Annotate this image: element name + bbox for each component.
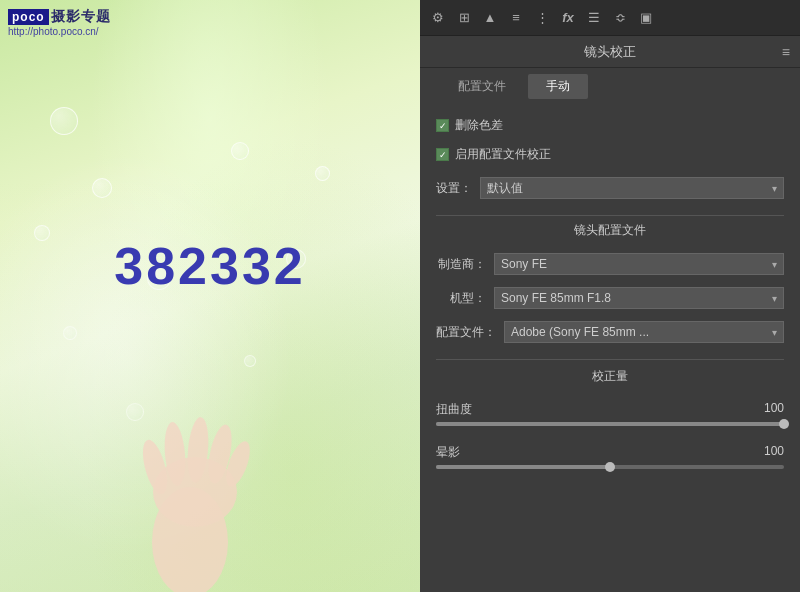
checkbox-enable-profile-label: 启用配置文件校正 [455,146,551,163]
settings-icon[interactable]: ⚙ [428,8,448,28]
distortion-value: 100 [764,401,784,418]
vignette-value: 100 [764,444,784,461]
vignette-label: 晕影 [436,444,460,461]
fx-icon[interactable]: fx [558,8,578,28]
bubble-0 [50,107,78,135]
checkbox-remove-ca-label: 删除色差 [455,117,503,134]
watermark-url: http://photo.poco.cn/ [8,26,111,37]
profile-row: 配置文件： Adobe (Sony FE 85mm ... ▾ [436,321,784,343]
panel-title: 镜头校正 [584,43,636,61]
distortion-header: 扭曲度 100 [436,401,784,418]
vignette-thumb[interactable] [605,462,615,472]
watermark: poco摄影专题 http://photo.poco.cn/ [8,8,111,37]
panel-menu-icon[interactable]: ≡ [782,44,790,60]
checkbox-enable-profile-box[interactable]: ✓ [436,148,449,161]
manufacturer-label: 制造商： [436,256,486,273]
poco-logo: poco [8,9,49,25]
profile-dropdown-arrow: ▾ [772,327,777,338]
menu-icon[interactable]: ☰ [584,8,604,28]
checkbox-remove-ca[interactable]: ✓ 删除色差 [436,115,784,136]
vignette-header: 晕影 100 [436,444,784,461]
curves-icon[interactable]: ⋮ [532,8,552,28]
profile-value: Adobe (Sony FE 85mm ... [511,325,649,339]
settings-label: 设置： [436,180,472,197]
checkbox-enable-profile[interactable]: ✓ 启用配置文件校正 [436,144,784,165]
lens-profile-section-title: 镜头配置文件 [436,215,784,243]
content: ✓ 删除色差 ✓ 启用配置文件校正 设置： 默认值 ▾ 镜头配置文件 制造商： … [420,105,800,592]
camera-icon[interactable]: ▣ [636,8,656,28]
right-panel: ⚙ ⊞ ▲ ≡ ⋮ fx ☰ ≎ ▣ 镜头校正 ≡ 配置文件 手动 ✓ 删除色差… [420,0,800,592]
model-row: 机型： Sony FE 85mm F1.8 ▾ [436,287,784,309]
model-dropdown[interactable]: Sony FE 85mm F1.8 ▾ [494,287,784,309]
grid-icon[interactable]: ⊞ [454,8,474,28]
profile-dropdown[interactable]: Adobe (Sony FE 85mm ... ▾ [504,321,784,343]
manufacturer-value: Sony FE [501,257,547,271]
distortion-fill [436,422,784,426]
distortion-slider-row: 扭曲度 100 [436,401,784,428]
vignette-track[interactable] [436,465,784,469]
watermark-number: 382332 [114,236,306,296]
tabs: 配置文件 手动 [420,68,800,105]
distortion-thumb[interactable] [779,419,789,429]
settings-dropdown[interactable]: 默认值 ▾ [480,177,784,199]
model-label: 机型： [436,290,486,307]
bubble-2 [231,142,249,160]
distortion-track[interactable] [436,422,784,426]
distortion-label: 扭曲度 [436,401,472,418]
correction-section-title: 校正量 [436,359,784,389]
toolbar: ⚙ ⊞ ▲ ≡ ⋮ fx ☰ ≎ ▣ [420,0,800,36]
tab-manual[interactable]: 手动 [528,74,588,99]
watermark-title: poco摄影专题 [8,8,111,26]
hand-illustration [80,332,340,592]
list-icon[interactable]: ≡ [506,8,526,28]
manufacturer-dropdown[interactable]: Sony FE ▾ [494,253,784,275]
settings-dropdown-value: 默认值 [487,180,523,197]
vignette-slider-row: 晕影 100 [436,444,784,471]
manufacturer-row: 制造商： Sony FE ▾ [436,253,784,275]
vignette-fill [436,465,610,469]
photo-panel: poco摄影专题 http://photo.poco.cn/ 382332 [0,0,420,592]
manufacturer-dropdown-arrow: ▾ [772,259,777,270]
profile-label: 配置文件： [436,324,496,341]
checkbox-remove-ca-box[interactable]: ✓ [436,119,449,132]
settings-dropdown-arrow: ▾ [772,183,777,194]
tab-profile[interactable]: 配置文件 [440,74,524,99]
model-dropdown-arrow: ▾ [772,293,777,304]
histogram-icon[interactable]: ▲ [480,8,500,28]
adjust-icon[interactable]: ≎ [610,8,630,28]
panel-header: 镜头校正 ≡ [420,36,800,68]
settings-row: 设置： 默认值 ▾ [436,177,784,199]
model-value: Sony FE 85mm F1.8 [501,291,611,305]
